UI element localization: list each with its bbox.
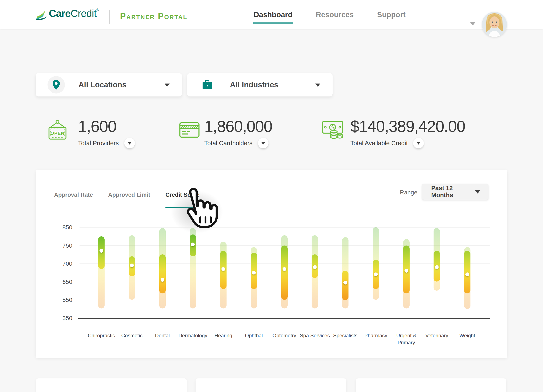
x-label-urgent-primary: Urgent & Primary xyxy=(390,332,422,346)
x-axis-baseline xyxy=(78,318,490,319)
x-label-cosmetic: Cosmetic xyxy=(116,332,148,339)
bar-dermatology[interactable] xyxy=(190,227,196,318)
industry-filter-dropdown[interactable]: All Industries xyxy=(187,73,333,96)
logo-care: Care xyxy=(49,8,71,19)
bar-cosmetic[interactable] xyxy=(129,227,135,318)
x-label-pharmacy: Pharmacy xyxy=(360,332,392,339)
bar-specialists[interactable] xyxy=(342,227,349,318)
bar-ophthal[interactable] xyxy=(251,227,257,318)
bar-pharmacy[interactable] xyxy=(373,227,379,318)
x-label-chiropractic: Chiropractic xyxy=(85,332,117,339)
tab-approval-rate[interactable]: Approval Rate xyxy=(54,192,93,198)
briefcase-icon xyxy=(202,80,212,90)
median-dot xyxy=(130,263,134,267)
y-tick-label-700: 700 xyxy=(54,260,72,267)
bar-urgent-primary[interactable] xyxy=(403,227,410,318)
bar-chiropractic[interactable] xyxy=(98,227,105,318)
total-cardholders-label: Total Cardholders xyxy=(204,140,252,147)
credit-card-icon xyxy=(179,122,200,138)
total-available-credit-value: $140,389,420.00 xyxy=(351,117,465,136)
bar-dental[interactable] xyxy=(159,227,166,318)
nav-item-dashboard[interactable]: Dashboard xyxy=(254,10,293,19)
bar-iqr-range xyxy=(281,246,288,300)
x-label-veterinary: Veterinary xyxy=(421,332,453,339)
portal-title: Partner Portal xyxy=(120,12,187,20)
stat-total-providers: OPEN 1,600 Total Providers xyxy=(47,117,135,153)
credit-score-plot: 850750700650550350ChiropracticCosmeticDe… xyxy=(79,227,490,318)
x-label-specialists: Specialists xyxy=(329,332,361,339)
location-pin-icon xyxy=(52,79,60,90)
x-label-hearing: Hearing xyxy=(207,332,239,339)
y-tick-label-750: 750 xyxy=(54,242,72,249)
chevron-down-icon xyxy=(475,190,481,194)
svg-text:OPEN: OPEN xyxy=(51,131,64,136)
bar-iqr-range xyxy=(342,271,349,300)
user-avatar[interactable] xyxy=(482,12,507,37)
median-dot xyxy=(161,278,164,282)
x-label-ophthal: Ophthal xyxy=(238,332,270,339)
range-label: Range xyxy=(400,189,418,196)
tab-approved-limit[interactable]: Approved Limit xyxy=(108,192,150,198)
range-value: Past 12 Months xyxy=(431,185,475,199)
account-menu-caret-icon[interactable] xyxy=(470,22,475,25)
median-dot xyxy=(404,269,408,273)
y-tick-label-550: 550 xyxy=(54,297,72,303)
location-filter-label: All Locations xyxy=(79,73,126,96)
x-label-dermatology: Dermatology xyxy=(177,332,209,339)
bottom-card-1[interactable] xyxy=(36,378,187,392)
caret-down-icon xyxy=(416,142,421,145)
money-coins-icon xyxy=(322,120,344,140)
x-label-optometry: Optometry xyxy=(269,332,300,339)
total-cardholders-expand-button[interactable] xyxy=(258,138,269,148)
nav-item-support[interactable]: Support xyxy=(377,10,406,19)
chart-tabs: Approval RateApproved LimitCredit Score xyxy=(54,192,200,198)
range-dropdown[interactable]: Past 12 Months xyxy=(422,184,488,200)
registered-mark: ® xyxy=(96,8,99,12)
total-available-credit-label: Total Available Credit xyxy=(351,140,408,147)
header-divider xyxy=(109,10,110,24)
total-cardholders-value: 1,860,000 xyxy=(204,117,272,136)
avatar-photo xyxy=(482,12,507,37)
total-providers-expand-button[interactable] xyxy=(124,138,135,148)
median-dot xyxy=(252,271,256,274)
total-providers-label: Total Providers xyxy=(78,140,119,147)
bottom-card-2[interactable] xyxy=(196,378,346,392)
stat-total-cardholders: 1,860,000 Total Cardholders xyxy=(179,117,272,153)
y-tick-label-650: 650 xyxy=(54,279,72,285)
stat-total-available-credit: $140,389,420.00 Total Available Credit xyxy=(322,117,465,153)
y-tick-label-850: 850 xyxy=(54,224,72,231)
open-sign-icon: OPEN xyxy=(47,120,68,141)
bar-hearing[interactable] xyxy=(220,227,226,318)
median-dot xyxy=(374,272,378,276)
carecredit-swoosh-icon xyxy=(36,9,47,21)
location-filter-dropdown[interactable]: All Locations xyxy=(36,73,182,96)
median-dot xyxy=(283,267,286,271)
credit-score-chart-card: Approval RateApproved LimitCredit Score … xyxy=(36,170,507,358)
median-dot xyxy=(221,267,225,271)
caret-down-icon xyxy=(261,142,265,145)
bottom-card-3[interactable] xyxy=(356,378,506,392)
x-label-spa-services: Spa Services xyxy=(299,332,331,339)
y-tick-label-350: 350 xyxy=(54,315,72,322)
bar-iqr-range xyxy=(159,254,166,293)
nav-item-resources[interactable]: Resources xyxy=(316,10,354,19)
bar-iqr-range xyxy=(464,251,470,293)
main-nav: DashboardResourcesSupport xyxy=(254,0,406,29)
bar-spa-services[interactable] xyxy=(311,227,318,318)
carecredit-logo: CareCredit® xyxy=(49,8,99,19)
x-label-weight: Weight xyxy=(451,332,483,339)
total-providers-value: 1,600 xyxy=(78,117,135,136)
bar-weight[interactable] xyxy=(464,227,470,318)
chevron-down-icon xyxy=(164,84,170,87)
x-label-dental: Dental xyxy=(147,332,178,339)
chevron-down-icon xyxy=(315,84,320,87)
header: CareCredit® Partner Portal DashboardReso… xyxy=(0,0,543,29)
bar-veterinary[interactable] xyxy=(434,227,440,318)
location-icon-circle xyxy=(47,76,65,94)
caret-down-icon xyxy=(127,142,132,145)
median-dot xyxy=(343,281,347,285)
bar-optometry[interactable] xyxy=(281,227,288,318)
total-available-credit-expand-button[interactable] xyxy=(413,138,424,148)
tab-credit-score[interactable]: Credit Score xyxy=(165,192,200,198)
logo-credit: Credit xyxy=(71,8,96,19)
